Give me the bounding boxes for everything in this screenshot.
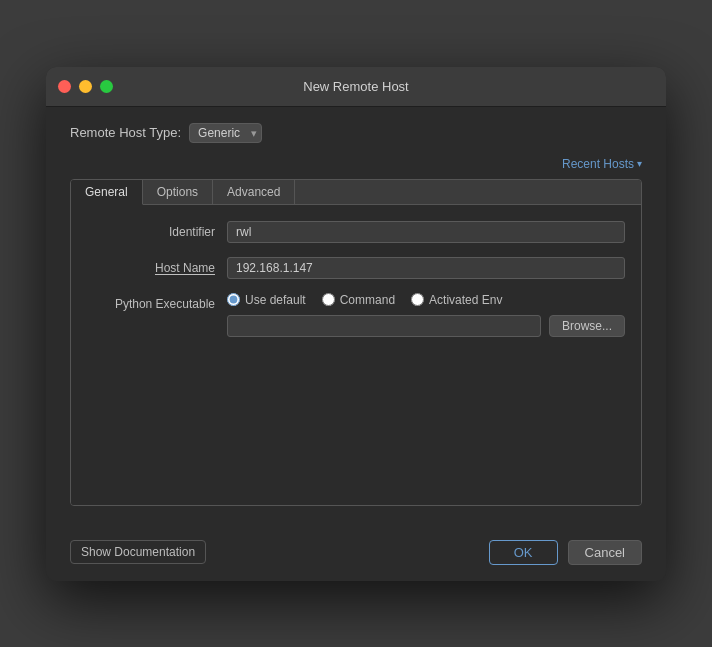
dialog-content: Remote Host Type: Generic Recent Hosts G… xyxy=(46,107,666,526)
identifier-row: Identifier xyxy=(87,221,625,243)
close-button[interactable] xyxy=(58,80,71,93)
dialog-window: New Remote Host Remote Host Type: Generi… xyxy=(46,67,666,581)
tab-advanced[interactable]: Advanced xyxy=(213,180,295,204)
host-type-select-wrapper: Generic xyxy=(189,123,262,143)
host-type-select[interactable]: Generic xyxy=(189,123,262,143)
radio-command[interactable]: Command xyxy=(322,293,395,307)
python-exec-label: Python Executable xyxy=(87,293,227,311)
hostname-input[interactable] xyxy=(227,257,625,279)
titlebar: New Remote Host xyxy=(46,67,666,107)
radio-use-default[interactable]: Use default xyxy=(227,293,306,307)
radio-command-input[interactable] xyxy=(322,293,335,306)
tab-options[interactable]: Options xyxy=(143,180,213,204)
window-title: New Remote Host xyxy=(303,79,408,94)
python-path-input[interactable] xyxy=(227,315,541,337)
ok-button[interactable]: OK xyxy=(489,540,558,565)
dialog-footer: Show Documentation OK Cancel xyxy=(46,526,666,581)
tab-panel: General Options Advanced Identifier Host… xyxy=(70,179,642,506)
identifier-input[interactable] xyxy=(227,221,625,243)
footer-action-buttons: OK Cancel xyxy=(489,540,642,565)
browse-button[interactable]: Browse... xyxy=(549,315,625,337)
python-radio-group: Use default Command Activated Env xyxy=(227,293,625,307)
window-controls xyxy=(58,80,113,93)
show-documentation-button[interactable]: Show Documentation xyxy=(70,540,206,564)
identifier-label: Identifier xyxy=(87,221,227,239)
tab-content-general: Identifier Host Name Python Executable xyxy=(71,205,641,505)
radio-activated-env[interactable]: Activated Env xyxy=(411,293,502,307)
maximize-button[interactable] xyxy=(100,80,113,93)
minimize-button[interactable] xyxy=(79,80,92,93)
radio-activated-env-input[interactable] xyxy=(411,293,424,306)
host-type-label: Remote Host Type: xyxy=(70,125,181,140)
recent-hosts-button[interactable]: Recent Hosts xyxy=(562,157,642,171)
tabs-bar: General Options Advanced xyxy=(71,180,641,205)
python-path-row: Browse... xyxy=(227,315,625,337)
host-type-row: Remote Host Type: Generic xyxy=(70,123,642,143)
python-exec-row: Python Executable Use default Command xyxy=(87,293,625,337)
recent-hosts-row: Recent Hosts xyxy=(70,157,642,171)
python-exec-section: Use default Command Activated Env xyxy=(227,293,625,337)
hostname-row: Host Name xyxy=(87,257,625,279)
tab-general[interactable]: General xyxy=(71,180,143,205)
hostname-label: Host Name xyxy=(87,257,227,275)
radio-use-default-input[interactable] xyxy=(227,293,240,306)
cancel-button[interactable]: Cancel xyxy=(568,540,642,565)
